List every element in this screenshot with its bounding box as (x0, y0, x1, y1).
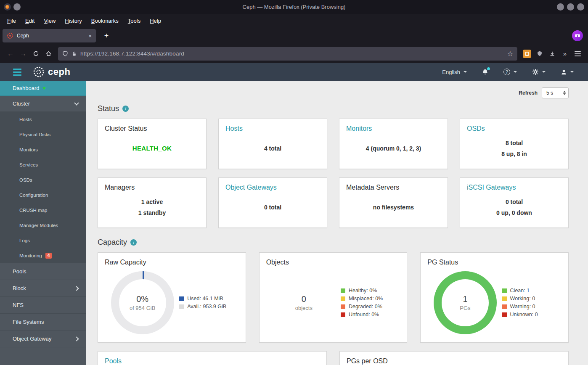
hosts-card-link[interactable]: Hosts (219, 119, 327, 132)
help-dropdown[interactable]: ? (503, 69, 517, 75)
ceph-logo[interactable]: ceph (33, 66, 70, 78)
iscsi-up-down: 0 up, 0 down (496, 207, 532, 218)
ceph-logo-icon (33, 66, 45, 78)
extension-icon[interactable] (521, 48, 533, 60)
sidebar-item-configuration[interactable]: Configuration (0, 188, 86, 203)
language-dropdown[interactable]: English (442, 69, 467, 75)
osds-up-in: 8 up, 8 in (501, 148, 527, 159)
legend-label: Unknown: 0 (510, 312, 538, 317)
sidebar-item-monitoring[interactable]: Monitoring 4 (0, 248, 86, 263)
sidebar-item-nfs[interactable]: NFS (0, 297, 86, 314)
tab-ceph[interactable]: Ceph × (3, 29, 96, 42)
reload-icon[interactable] (29, 48, 42, 60)
sidebar-label: Dashboard (13, 85, 40, 91)
metadata-servers-value: no filesystems (373, 202, 414, 213)
extension-shield-icon[interactable] (533, 48, 546, 60)
firefox-app-icon[interactable] (4, 3, 11, 11)
tracking-protection-shield-icon[interactable] (62, 50, 68, 57)
bookmark-star-icon[interactable]: ☆ (507, 50, 513, 58)
pg-count: 1 (463, 294, 467, 304)
menu-view[interactable]: View (39, 15, 60, 26)
sidebar-item-dashboard[interactable]: Dashboard ♥ (0, 81, 86, 96)
firefox-menu-icon[interactable] (571, 48, 584, 60)
help-icon: ? (503, 69, 510, 75)
iscsi-gateways-link[interactable]: iSCSI Gateways (460, 178, 568, 191)
sidebar-item-hosts[interactable]: Hosts (0, 112, 86, 127)
legend-swatch (341, 304, 345, 309)
caret-down-icon (542, 71, 546, 73)
menu-file[interactable]: File (3, 15, 21, 26)
sidebar-toggle-icon[interactable] (13, 69, 21, 76)
menu-tools[interactable]: Tools (123, 15, 145, 26)
pgs-per-osd-title: PGs per OSD (340, 352, 568, 365)
info-icon[interactable]: i (122, 106, 129, 112)
forward-icon[interactable]: → (17, 48, 29, 60)
navigation-toolbar: ← → https://192.168.7.122:8443/#/dashboa… (0, 44, 588, 63)
refresh-value: 5 s (546, 90, 553, 96)
menu-help[interactable]: Help (145, 15, 166, 26)
legend-swatch (502, 296, 507, 301)
close-button[interactable] (577, 3, 584, 11)
osds-card-link[interactable]: OSDs (460, 119, 568, 132)
lock-icon[interactable] (72, 51, 77, 57)
sidebar-item-crush-map[interactable]: CRUSH map (0, 203, 86, 218)
metadata-servers-card: Metadata Servers no filesystems (339, 177, 448, 228)
sidebar-item-manager-modules[interactable]: Manager Modules (0, 218, 86, 233)
menu-bookmarks[interactable]: Bookmarks (87, 15, 123, 26)
minimize-button[interactable] (557, 3, 564, 11)
legend-label: Misplaced: 0% (349, 296, 383, 302)
settings-dropdown[interactable] (532, 69, 546, 75)
new-tab-button[interactable]: + (101, 30, 112, 41)
legend-item-avail: Avail.: 953.9 GiB (179, 304, 239, 309)
home-icon[interactable] (42, 48, 55, 60)
refresh-interval-select[interactable]: 5 s (542, 87, 569, 98)
window-title: Ceph — Mozilla Firefox (Private Browsing… (243, 4, 346, 10)
menu-history[interactable]: History (60, 15, 86, 26)
sidebar-label: Block (13, 285, 26, 291)
tab-close-icon[interactable]: × (88, 33, 92, 39)
sidebar-item-block[interactable]: Block (0, 280, 86, 297)
monitors-quorum: 4 (quorum 0, 1, 2, 3) (366, 143, 421, 154)
caret-down-icon (514, 71, 517, 73)
pg-status-title: PG Status (421, 253, 568, 266)
pg-status-legend: Clean: 1 Working: 0 Warning: 0 Unknown: … (502, 286, 562, 320)
sidebar-item-logs[interactable]: Logs (0, 233, 86, 248)
sidebar-label: Object Gateway (13, 336, 52, 342)
tab-bar: Ceph × + (0, 27, 588, 44)
maximize-button[interactable] (567, 3, 574, 11)
downloads-icon[interactable] (546, 48, 559, 60)
window-menu-button[interactable] (13, 3, 21, 11)
object-gateways-link[interactable]: Object Gateways (219, 178, 327, 191)
monitors-card-link[interactable]: Monitors (339, 119, 448, 132)
legend-label: Degraded: 0% (349, 304, 382, 309)
window-titlebar: Ceph — Mozilla Firefox (Private Browsing… (0, 0, 588, 14)
sidebar-item-file-systems[interactable]: File Systems (0, 314, 86, 331)
user-dropdown[interactable] (561, 69, 574, 75)
status-section-heading: Status i (98, 104, 569, 113)
sidebar-item-services[interactable]: Services (0, 157, 86, 172)
dashboard-content: Refresh 5 s Status i Cluster Status HEAL… (86, 81, 588, 365)
back-icon[interactable]: ← (4, 48, 17, 60)
menu-edit[interactable]: Edit (21, 15, 39, 26)
notifications-bell-icon[interactable] (482, 69, 488, 75)
capacity-cards-row: Raw Capacity 0% of 954 GiB (98, 252, 569, 343)
hosts-total: 4 total (264, 143, 281, 154)
sidebar-item-osds[interactable]: OSDs (0, 172, 86, 188)
sidebar-item-pools[interactable]: Pools (0, 263, 86, 280)
url-bar-input[interactable]: https://192.168.7.122:8443/#/dashboard ☆ (58, 47, 517, 61)
pools-card-link[interactable]: Pools (98, 352, 326, 365)
sidebar-label: File Systems (13, 319, 44, 325)
refresh-label: Refresh (519, 90, 538, 96)
sidebar-item-object-gateway[interactable]: Object Gateway (0, 331, 86, 347)
sidebar-label: Hosts (19, 117, 32, 122)
sidebar-item-cluster[interactable]: Cluster (0, 96, 86, 112)
sidebar: Dashboard ♥ Cluster Hosts Physical Disks… (0, 81, 86, 365)
sidebar-item-monitors[interactable]: Monitors (0, 142, 86, 157)
legend-swatch (502, 304, 507, 309)
osds-total: 8 total (506, 138, 523, 148)
overflow-chevron-icon[interactable]: » (559, 48, 571, 60)
tab-title: Ceph (17, 33, 85, 39)
info-icon[interactable]: i (130, 239, 137, 246)
sidebar-item-physical-disks[interactable]: Physical Disks (0, 127, 86, 142)
sidebar-label: Logs (19, 238, 30, 243)
